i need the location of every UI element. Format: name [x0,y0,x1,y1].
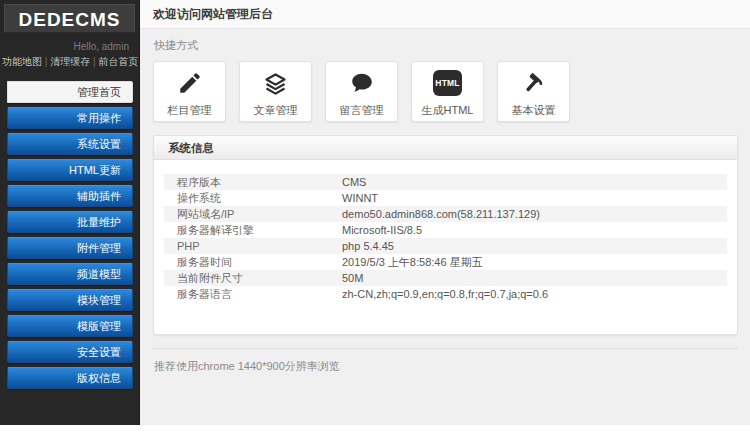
card-label: 基本设置 [512,103,556,118]
info-value: 50M [342,270,363,286]
shortcut-cards: 栏目管理 文章管理 [153,61,738,122]
sidebar-item-attachment-manage[interactable]: 附件管理 [7,237,133,259]
card-label: 栏目管理 [168,103,212,118]
card-basic-settings[interactable]: 基本设置 [497,61,570,122]
card-comment-manage[interactable]: 留言管理 [325,61,398,122]
link-frontend-home[interactable]: 前台首页 [93,56,138,67]
info-label: 操作系统 [164,190,342,206]
card-column-manage[interactable]: 栏目管理 [153,61,226,122]
sidebar-item-channel-model[interactable]: 频道模型 [7,263,133,285]
browser-recommendation-note: 推荐使用chrome 1440*900分辨率浏览 [153,348,738,374]
admin-app: DEDECMS Hello, admin 功能地图 清理缓存 前台首页 退出 管… [0,0,750,425]
info-label: 服务器语言 [164,286,342,302]
table-row: PHP php 5.4.45 [164,238,727,254]
sidebar-item-system-settings[interactable]: 系统设置 [7,133,133,155]
sidebar-item-copyright-info[interactable]: 版权信息 [7,367,133,389]
sidebar-item-common-operations[interactable]: 常用操作 [7,107,133,129]
card-label: 文章管理 [254,103,298,118]
page-title: 欢迎访问网站管理后台 [140,0,750,29]
content-body: 快捷方式 栏目管理 [140,29,750,335]
card-label: 生成HTML [422,103,474,118]
info-label: PHP [164,238,342,254]
table-row: 操作系统 WINNT [164,190,727,206]
sidebar-item-batch-maintenance[interactable]: 批量维护 [7,211,133,233]
info-value: zh-CN,zh;q=0.9,en;q=0.8,fr;q=0.7,ja;q=0.… [342,286,548,302]
system-info-panel: 系统信息 程序版本 CMS 操作系统 WINNT 网站域名/IP demo50.… [153,135,738,335]
info-label: 服务器时间 [164,254,342,270]
card-generate-html[interactable]: HTML 生成HTML [411,61,484,122]
table-row: 当前附件尺寸 50M [164,270,727,286]
info-label: 程序版本 [164,174,342,190]
speech-bubble-icon [349,68,375,98]
hammer-icon [520,68,547,98]
sidebar: DEDECMS Hello, admin 功能地图 清理缓存 前台首页 退出 管… [0,0,140,425]
sidebar-item-template-manage[interactable]: 模版管理 [7,315,133,337]
main-content: 欢迎访问网站管理后台 快捷方式 栏目管理 [140,0,750,425]
user-greeting: Hello, admin [0,33,139,53]
info-value: demo50.admin868.com(58.211.137.129) [342,206,540,222]
sidebar-top-links: 功能地图 清理缓存 前台首页 退出 [0,53,139,75]
documents-stack-icon [262,68,289,98]
link-function-map[interactable]: 功能地图 [2,56,42,67]
info-value: CMS [342,174,366,190]
html-badge-text: HTML [433,70,462,96]
sidebar-item-security-settings[interactable]: 安全设置 [7,341,133,363]
table-row: 程序版本 CMS [164,174,727,190]
info-value: 2019/5/3 上午8:58:46 星期五 [342,254,483,270]
html-badge-icon: HTML [433,68,462,98]
pencil-icon [177,68,203,98]
sidebar-item-auxiliary-plugins[interactable]: 辅助插件 [7,185,133,207]
info-value: php 5.4.45 [342,238,394,254]
info-value: WINNT [342,190,378,206]
sidebar-item-html-update[interactable]: HTML更新 [7,159,133,181]
table-row: 服务器时间 2019/5/3 上午8:58:46 星期五 [164,254,727,270]
table-row: 服务器解译引擎 Microsoft-IIS/8.5 [164,222,727,238]
link-clear-cache[interactable]: 清理缓存 [45,56,90,67]
info-label: 当前附件尺寸 [164,270,342,286]
card-article-manage[interactable]: 文章管理 [239,61,312,122]
sidebar-menu: 管理首页 常用操作 系统设置 HTML更新 辅助插件 批量维护 附件管理 频道模… [0,75,139,389]
system-info-table: 程序版本 CMS 操作系统 WINNT 网站域名/IP demo50.admin… [164,174,727,302]
table-row: 网站域名/IP demo50.admin868.com(58.211.137.1… [164,206,727,222]
info-label: 服务器解译引擎 [164,222,342,238]
info-value: Microsoft-IIS/8.5 [342,222,422,238]
info-label: 网站域名/IP [164,206,342,222]
dedecms-logo: DEDECMS [4,4,135,33]
sidebar-item-admin-home[interactable]: 管理首页 [7,81,133,103]
sidebar-item-module-manage[interactable]: 模块管理 [7,289,133,311]
shortcuts-label: 快捷方式 [154,38,738,53]
table-row: 服务器语言 zh-CN,zh;q=0.9,en;q=0.8,fr;q=0.7,j… [164,286,727,302]
system-info-title: 系统信息 [154,136,737,160]
card-label: 留言管理 [340,103,384,118]
